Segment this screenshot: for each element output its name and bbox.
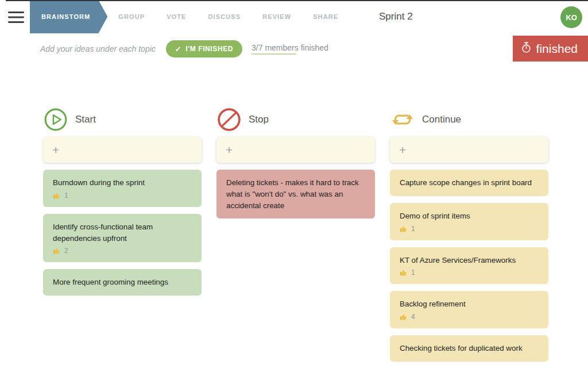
top-nav: BRAINSTORMGROUPVOTEDISCUSSREVIEWSHARE Sp… (0, 0, 588, 33)
vote-count: 4 (411, 313, 415, 321)
plus-icon: + (399, 143, 406, 157)
column-header: Stop (216, 106, 375, 133)
vote-row[interactable]: 1 (400, 269, 539, 277)
timer-badge-label: finished (536, 42, 578, 56)
members-progress-underline (252, 53, 296, 55)
members-finished[interactable]: 3/7 members finished (252, 43, 328, 55)
card-list: Capture scope changes in sprint boardDem… (390, 170, 548, 362)
card-text: Deleting tickets - makes it hard to trac… (226, 177, 365, 211)
instruction-text: Add your ideas under each topic (40, 44, 156, 53)
card[interactable]: Demo of sprint items1 (390, 203, 548, 240)
tab-review[interactable]: REVIEW (252, 0, 302, 33)
card[interactable]: Capture scope changes in sprint board (390, 170, 548, 196)
card[interactable]: More frequent grooming meetings (43, 269, 202, 296)
column-stop: Stop+Deleting tickets - makes it hard to… (216, 106, 375, 362)
stopwatch-icon (521, 41, 532, 56)
card[interactable]: Checking tickets for duplicated work (390, 335, 548, 362)
vote-count: 1 (64, 191, 68, 200)
tab-discuss[interactable]: DISCUSS (198, 0, 252, 33)
card-list: Deleting tickets - makes it hard to trac… (216, 170, 375, 218)
cycle-arrows-icon (390, 107, 415, 132)
thumbs-up-icon (400, 225, 408, 233)
thumbs-up-icon (400, 269, 408, 277)
plus-icon: + (52, 143, 59, 157)
card[interactable]: Deleting tickets - makes it hard to trac… (216, 170, 375, 218)
card-text: Demo of sprint items (400, 210, 539, 222)
phase-tabs: BRAINSTORMGROUPVOTEDISCUSSREVIEWSHARE (30, 0, 349, 33)
add-card-button[interactable]: + (216, 137, 375, 163)
thumbs-up-icon (53, 247, 61, 255)
toolbar: Add your ideas under each topic ✓ I'M FI… (0, 36, 588, 62)
card[interactable]: Burndown during the sprint1 (43, 170, 202, 207)
im-finished-label: I'M FINISHED (185, 45, 233, 53)
hamburger-icon (8, 17, 24, 25)
card-list: Burndown during the sprint1Identify cros… (43, 170, 202, 296)
timer-finished-badge: finished (513, 36, 588, 62)
card[interactable]: Backlog refinement4 (390, 291, 548, 328)
vote-count: 2 (64, 247, 68, 255)
vote-row[interactable]: 2 (53, 247, 192, 255)
thumbs-up-icon (53, 191, 61, 200)
no-entry-icon (216, 107, 242, 132)
board: Start+Burndown during the sprint1Identif… (43, 106, 548, 362)
card-text: Burndown during the sprint (53, 177, 192, 189)
im-finished-button[interactable]: ✓ I'M FINISHED (166, 40, 242, 57)
thumbs-up-icon (400, 313, 408, 321)
add-card-button[interactable]: + (390, 137, 548, 163)
card-text: Identify cross-functional team dependenc… (53, 221, 192, 244)
check-icon: ✓ (175, 45, 182, 53)
column-header: Continue (390, 106, 548, 133)
card-text: More frequent grooming meetings (53, 277, 192, 288)
play-circle-icon (43, 107, 68, 132)
card[interactable]: Identify cross-functional team dependenc… (43, 214, 202, 263)
window-top-border (6, 0, 588, 1)
card-text: Capture scope changes in sprint board (400, 177, 539, 189)
vote-count: 1 (411, 225, 415, 233)
retro-board-page: BRAINSTORMGROUPVOTEDISCUSSREVIEWSHARE Sp… (0, 0, 588, 368)
card-text: Checking tickets for duplicated work (400, 343, 539, 354)
card[interactable]: KT of Azure Services/Frameworks1 (390, 247, 548, 285)
column-start: Start+Burndown during the sprint1Identif… (43, 106, 202, 362)
column-title: Start (75, 114, 96, 125)
plus-icon: + (226, 143, 233, 157)
menu-button[interactable] (8, 11, 24, 24)
column-title: Stop (249, 114, 269, 125)
card-text: Backlog refinement (400, 298, 539, 310)
tab-share[interactable]: SHARE (302, 0, 349, 33)
vote-row[interactable]: 1 (53, 191, 192, 200)
column-title: Continue (422, 114, 461, 125)
vote-count: 1 (411, 269, 415, 277)
members-finished-text: 3/7 members finished (252, 43, 328, 52)
column-continue: Continue+Capture scope changes in sprint… (390, 106, 548, 362)
tab-brainstorm[interactable]: BRAINSTORM (30, 0, 107, 33)
card-text: KT of Azure Services/Frameworks (400, 255, 539, 266)
avatar[interactable]: KO (560, 6, 582, 28)
add-card-button[interactable]: + (43, 137, 202, 163)
tab-vote[interactable]: VOTE (156, 0, 197, 33)
tab-group[interactable]: GROUP (107, 0, 156, 33)
vote-row[interactable]: 1 (400, 225, 539, 233)
page-title: Sprint 2 (379, 0, 413, 33)
column-header: Start (43, 106, 202, 133)
vote-row[interactable]: 4 (400, 313, 539, 321)
